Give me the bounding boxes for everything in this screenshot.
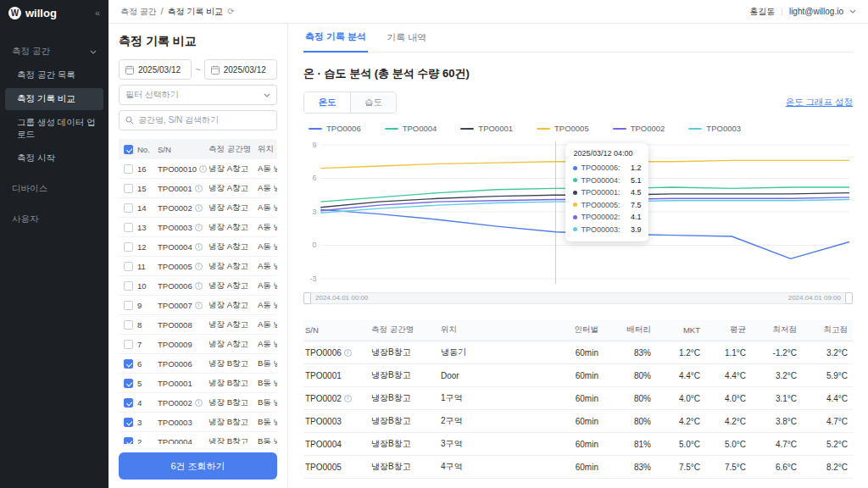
info-icon[interactable]: i <box>344 349 352 357</box>
table-row[interactable]: 8TPO0008냉장 A창고A동 냉동고 <box>119 315 277 335</box>
table-row[interactable]: 9TPO0007i냉장 A창고A동 냉동고 <box>119 296 277 315</box>
row-location: B동 냉동고 <box>258 378 277 389</box>
svg-text:6: 6 <box>312 175 316 183</box>
table-row[interactable]: 6TPO0006냉장 B창고B동 냉동고 <box>119 354 277 374</box>
sidebar-item-group-data-upload[interactable]: 그룹 생성 데이터 업로드 <box>5 112 103 146</box>
table-row[interactable]: 12TPO0004i냉장 A창고A동 냉동고 <box>119 237 277 257</box>
slider-handle-right[interactable] <box>845 292 853 304</box>
table-row[interactable]: 16TPO00010i냉장 A창고A동 냉동고 <box>119 159 277 179</box>
tooltip-value: 4.5 <box>631 188 642 197</box>
result-battery: 80% <box>604 417 656 426</box>
result-interval: 60min <box>551 440 604 449</box>
table-row[interactable]: 11TPO0005i냉장 A창고A동 냉동고 <box>119 257 277 276</box>
row-checkbox[interactable] <box>124 223 133 232</box>
row-checkbox[interactable] <box>124 320 133 330</box>
sidebar-item-measure-space-list[interactable]: 측정 공간 목록 <box>5 64 103 86</box>
topbar: 측정 공간 / 측정 기록 비교 ⟳ 홍길동 | light@willog.io <box>108 0 868 24</box>
row-checkbox[interactable] <box>124 281 133 291</box>
subtab-temperature[interactable]: 온도 <box>304 92 350 113</box>
date-from-input[interactable]: 2025/03/12 <box>119 59 192 80</box>
date-to-input[interactable]: 2025/03/12 <box>204 59 277 80</box>
query-button[interactable]: 6건 조회하기 <box>119 452 277 480</box>
slider-handle-left[interactable] <box>303 292 311 304</box>
table-row[interactable]: 2TPO0004냉장 B창고B동 냉동고 <box>119 432 277 444</box>
table-row[interactable]: 14TPO0002i냉장 A창고A동 냉동고 <box>119 198 277 218</box>
table-row[interactable]: 13TPO0003i냉장 A창고A동 냉동고 <box>119 218 277 237</box>
result-sn: TPO0003 <box>303 417 370 426</box>
legend-item[interactable]: TPO0001 <box>460 124 513 133</box>
info-icon[interactable]: i <box>195 204 203 212</box>
result-loc: 2구역 <box>439 415 551 427</box>
filter-select[interactable]: 필터 선택하기 <box>119 85 277 105</box>
tab-analysis[interactable]: 측정 기록 분석 <box>303 30 368 53</box>
row-checkbox[interactable] <box>124 359 133 369</box>
info-icon[interactable]: i <box>344 395 352 402</box>
refresh-icon[interactable]: ⟳ <box>227 7 234 16</box>
user-menu[interactable]: 홍길동 | light@willog.io <box>749 6 856 18</box>
table-row[interactable]: 3TPO0003냉장 B창고B동 냉동고 <box>119 413 277 432</box>
table-row[interactable]: 4TPO0002i냉장 B창고B동 냉동고 <box>119 393 277 413</box>
sidebar-item-measure-record-compare[interactable]: 측정 기록 비교 <box>5 88 103 110</box>
legend-item[interactable]: TPO0004 <box>385 124 437 133</box>
slider-end-label: 2024.04.01 09:00 <box>788 293 841 303</box>
info-icon[interactable]: i <box>195 399 203 407</box>
row-checkbox[interactable] <box>124 398 133 408</box>
legend-line-icon <box>309 128 322 130</box>
table-row[interactable]: 5TPO0001냉장 B창고B동 냉동고 <box>119 374 277 393</box>
table-row[interactable]: 10TPO0006i냉장 A창고A동 냉동고 <box>119 276 277 296</box>
row-checkbox[interactable] <box>124 262 133 271</box>
row-space: 냉장 B창고 <box>209 358 258 369</box>
info-icon[interactable]: i <box>195 263 203 270</box>
search-input[interactable]: 공간명, S/N 검색하기 <box>119 110 277 130</box>
row-checkbox[interactable] <box>124 379 133 388</box>
result-loc: 4구역 <box>439 461 551 473</box>
info-icon[interactable]: i <box>195 302 203 309</box>
table-row[interactable]: 15TPO0001i냉장 A창고A동 냉동고 <box>119 179 277 198</box>
willog-logo: W willog <box>8 7 57 19</box>
breadcrumb-parent[interactable]: 측정 공간 <box>120 6 157 18</box>
app-root: W willog « 측정 공간측정 공간 목록측정 기록 비교그룹 생성 데이… <box>0 0 868 488</box>
row-space: 냉장 B창고 <box>209 397 258 408</box>
row-checkbox[interactable] <box>124 340 133 349</box>
row-space: 냉장 A창고 <box>209 183 258 194</box>
info-icon[interactable]: i <box>195 185 203 192</box>
graph-settings-link[interactable]: 온도 그래프 설정 <box>786 97 853 108</box>
subtab-humidity[interactable]: 습도 <box>350 92 396 113</box>
row-checkbox[interactable] <box>124 301 133 310</box>
legend-item[interactable]: TPO0005 <box>537 124 589 133</box>
result-battery: 80% <box>604 371 656 380</box>
legend-item[interactable]: TPO0002 <box>613 124 665 133</box>
result-avg: 4.0°C <box>705 394 751 403</box>
row-checkbox[interactable] <box>124 203 133 213</box>
row-checkbox[interactable] <box>124 164 133 174</box>
row-sn: TPO0004i <box>158 242 209 252</box>
row-checkbox[interactable] <box>124 418 133 427</box>
legend-item[interactable]: TPO0003 <box>688 124 741 133</box>
select-all-checkbox[interactable] <box>124 145 133 154</box>
info-icon[interactable]: i <box>195 282 203 290</box>
temperature-chart[interactable]: 9630-3 2025/03/12 04:00 TPO00006:1.2TPO0… <box>303 138 853 291</box>
row-checkbox[interactable] <box>124 242 133 252</box>
row-space: 냉장 A창고 <box>209 300 258 311</box>
info-icon[interactable]: i <box>195 224 203 231</box>
sidebar-item-measure-space[interactable]: 측정 공간 <box>5 41 103 63</box>
result-interval: 60min <box>551 348 604 358</box>
sidebar-item-users[interactable]: 사용자 <box>5 208 103 230</box>
legend-item[interactable]: TPO0006 <box>309 124 361 133</box>
info-icon[interactable]: i <box>199 165 207 173</box>
time-range-slider[interactable]: 2024.04.01 00:00 2024.04.01 09:00 <box>303 292 853 304</box>
sidebar-item-devices[interactable]: 디바이스 <box>5 178 103 200</box>
row-no: 6 <box>137 359 158 369</box>
row-checkbox[interactable] <box>124 184 133 193</box>
info-icon[interactable]: i <box>195 243 203 251</box>
table-row[interactable]: 7TPO0009냉장 A창고A동 냉동고 <box>119 335 277 354</box>
sidebar-item-label: 그룹 생성 데이터 업로드 <box>17 117 97 141</box>
user-name: 홍길동 <box>749 6 775 18</box>
row-checkbox[interactable] <box>124 437 133 445</box>
result-row: TPO0002i냉장B창고1구역60min80%4.0°C4.0°C3.1°C4… <box>303 387 853 410</box>
sidebar-collapse-icon[interactable]: « <box>95 8 100 18</box>
sidebar-item-measure-start[interactable]: 측정 시작 <box>5 147 103 169</box>
legend-line-icon <box>688 128 702 130</box>
tab-history[interactable]: 기록 내역 <box>385 31 428 52</box>
result-column-4: 배터리 <box>604 324 656 336</box>
